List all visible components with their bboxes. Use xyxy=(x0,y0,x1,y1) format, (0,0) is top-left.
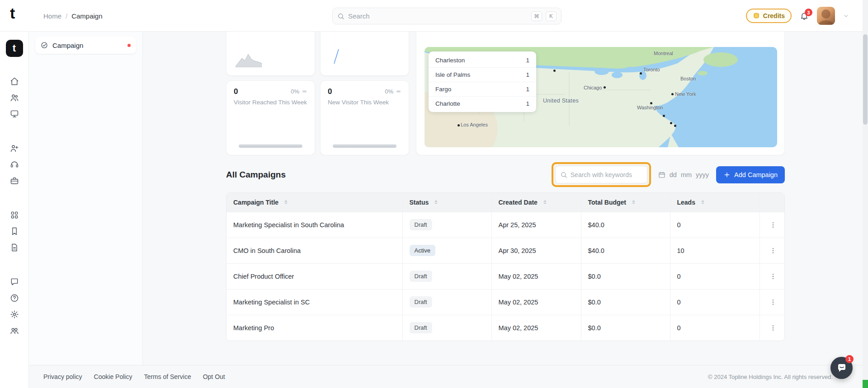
footer-link-privacy[interactable]: Privacy policy xyxy=(43,373,82,380)
rail-logo[interactable]: t xyxy=(6,40,23,57)
home-nav-button[interactable] xyxy=(5,73,24,89)
dashboard-nav-button[interactable] xyxy=(5,106,24,122)
global-search[interactable]: ⌘ K xyxy=(332,8,561,24)
keyword-search-input[interactable] xyxy=(571,171,642,178)
team-nav-button[interactable] xyxy=(5,323,24,339)
map-label-los-angeles: Los Angeles xyxy=(461,122,488,127)
help-nav-button[interactable] xyxy=(5,290,24,306)
contacts-nav-button[interactable] xyxy=(5,89,24,106)
page-scrollbar[interactable] xyxy=(863,0,868,388)
cell-leads: 0 xyxy=(670,263,760,289)
stat-value: 0 xyxy=(328,87,332,96)
jobs-nav-button[interactable] xyxy=(5,173,24,189)
us-map[interactable]: Montreal Toronto Boston New York Chicago… xyxy=(425,47,777,147)
credits-button[interactable]: Credits xyxy=(746,9,792,23)
notifications-button[interactable]: 3 xyxy=(800,11,809,20)
add-campaign-button[interactable]: Add Campaign xyxy=(716,166,785,183)
chevron-down-icon[interactable] xyxy=(843,13,849,19)
headset-icon xyxy=(10,160,19,169)
row-actions-button[interactable] xyxy=(767,219,779,231)
dashboard-top-section: 0 0% Visitor Reached This Week 0 0% xyxy=(226,32,785,155)
area-chart xyxy=(236,48,262,69)
footer-link-terms[interactable]: Terms of Service xyxy=(144,373,191,380)
footer-link-cookie[interactable]: Cookie Policy xyxy=(94,373,132,380)
equals-icon xyxy=(396,89,401,94)
settings-nav-button[interactable] xyxy=(5,306,24,323)
search-icon xyxy=(560,171,567,178)
sort-icon[interactable] xyxy=(631,199,637,205)
legend-count: 1 xyxy=(526,100,529,107)
breadcrumb: Home / Campaign xyxy=(43,0,103,32)
dots-vertical-icon xyxy=(769,247,777,254)
chat-launcher[interactable]: 1 xyxy=(830,357,853,379)
table-row[interactable]: CMO in South Carolina Active Apr 30, 202… xyxy=(226,238,785,263)
row-actions-button[interactable] xyxy=(767,296,779,309)
row-actions-button[interactable] xyxy=(767,322,779,334)
cell-created: May 02, 2025 xyxy=(491,315,581,341)
campaigns-controls: All Campaigns dd mm yyyy Add Campaign xyxy=(226,162,785,187)
row-actions-button[interactable] xyxy=(767,270,779,283)
add-campaign-label: Add Campaign xyxy=(734,171,778,178)
row-actions-button[interactable] xyxy=(767,244,779,257)
sort-icon[interactable] xyxy=(542,199,548,205)
add-user-nav-button[interactable] xyxy=(5,140,24,156)
legend-row: Fargo 1 xyxy=(429,82,536,96)
legend-row: Charlotte 1 xyxy=(429,96,536,111)
user-plus-icon xyxy=(10,144,19,153)
map-marker-toronto xyxy=(640,72,642,75)
table-header-row: Campaign Title Status Created Date Total… xyxy=(226,193,785,212)
cell-title: Marketing Specialist in SC xyxy=(226,289,402,315)
sort-icon[interactable] xyxy=(433,199,439,205)
sort-icon[interactable] xyxy=(283,199,289,205)
messages-nav-button[interactable] xyxy=(5,274,24,290)
header-created-date: Created Date xyxy=(499,199,538,206)
stat-percent: 0% xyxy=(385,88,393,95)
breadcrumb-home[interactable]: Home xyxy=(43,12,61,20)
keyword-search[interactable] xyxy=(555,166,647,183)
cell-budget: $40.0 xyxy=(581,212,670,238)
support-nav-button[interactable] xyxy=(5,156,24,173)
bookmarks-nav-button[interactable] xyxy=(5,223,24,239)
settings-gear-icon xyxy=(10,310,19,319)
map-marker-isle-of-palms xyxy=(674,125,676,127)
controls-right: dd mm yyyy Add Campaign xyxy=(552,162,785,187)
content: 0 0% Visitor Reached This Week 0 0% xyxy=(226,32,785,341)
calendar-icon xyxy=(658,171,665,178)
cell-leads: 0 xyxy=(670,289,760,315)
table-row[interactable]: Marketing Specialist in South Carolina D… xyxy=(226,212,785,238)
brand-logo[interactable]: t xyxy=(10,5,15,21)
cell-budget: $0.0 xyxy=(581,315,670,341)
sort-icon[interactable] xyxy=(700,199,706,205)
date-filter[interactable]: dd mm yyyy xyxy=(658,171,709,178)
shortcut-cmd-key: ⌘ xyxy=(531,11,542,21)
table-row[interactable]: Marketing Specialist in SC Draft May 02,… xyxy=(226,289,785,315)
map-marker-fargo xyxy=(553,70,556,72)
cell-created: Apr 25, 2025 xyxy=(491,212,581,238)
stat-percent: 0% xyxy=(291,88,299,95)
legend-city: Charlotte xyxy=(435,100,460,107)
global-search-input[interactable] xyxy=(348,12,528,20)
map-label-toronto: Toronto xyxy=(643,67,660,72)
line-chart xyxy=(333,48,340,66)
map-marker-charleston xyxy=(670,122,672,124)
table-row[interactable]: Marketing Pro Draft May 02, 2025 $0.0 0 xyxy=(226,315,785,341)
footer: Privacy policy Cookie Policy Terms of Se… xyxy=(29,365,868,388)
documents-nav-button[interactable] xyxy=(5,239,24,256)
secondary-sidebar: Campaign xyxy=(29,32,143,365)
main-area: 0 0% Visitor Reached This Week 0 0% xyxy=(143,32,868,365)
table-row[interactable]: Chief Product Officer Draft May 02, 2025… xyxy=(226,263,785,289)
apps-nav-button[interactable] xyxy=(5,207,24,223)
monitor-icon xyxy=(10,109,19,118)
map-marker-los-angeles xyxy=(458,124,460,126)
unread-dot xyxy=(127,44,131,47)
footer-link-optout[interactable]: Opt Out xyxy=(203,373,225,380)
rail-group-content xyxy=(5,207,24,256)
rail-group-bottom xyxy=(5,274,24,339)
apps-grid-icon xyxy=(10,210,19,220)
sidebar-item-campaign[interactable]: Campaign xyxy=(35,37,136,54)
icon-rail: t xyxy=(0,32,29,388)
scrollbar-thumb[interactable] xyxy=(863,34,868,125)
user-avatar[interactable] xyxy=(817,7,835,25)
coins-icon xyxy=(753,12,760,19)
cell-created: May 02, 2025 xyxy=(491,289,581,315)
